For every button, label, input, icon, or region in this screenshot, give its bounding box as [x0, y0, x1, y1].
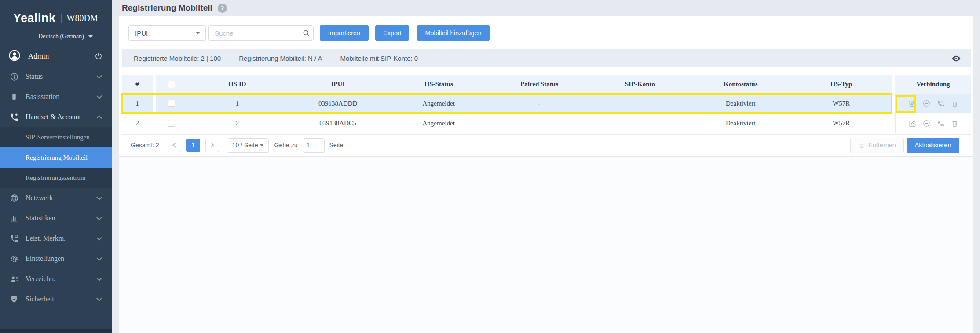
- cell-checkbox: [156, 94, 187, 113]
- header-verbindung: Verbindung: [895, 75, 971, 94]
- chevron-right-icon: [209, 143, 214, 147]
- cell-hs-typ: W57R: [791, 94, 892, 113]
- logout-power-icon[interactable]: [94, 52, 103, 61]
- bar-chart-icon: [9, 214, 19, 223]
- avatar-icon: [8, 49, 21, 64]
- table-row[interactable]: 2 2 039138ADC5 Angemeldet - Deaktiviert …: [122, 113, 971, 133]
- sidebar-item-admin[interactable]: Admin: [0, 46, 112, 66]
- summary-registered: Registrierte Mobilteile: 2 | 100: [134, 55, 221, 62]
- chevron-down-icon: [96, 194, 102, 200]
- row-checkbox[interactable]: [168, 120, 175, 127]
- export-button[interactable]: Export: [375, 25, 409, 41]
- column-gap: [892, 75, 895, 94]
- header-kontostatus: Kontostatus: [690, 75, 791, 94]
- goto-page-input[interactable]: [303, 138, 325, 153]
- sidebar-item-label: Netzwerk: [26, 194, 97, 202]
- next-page-button[interactable]: [205, 139, 219, 152]
- sidebar-item-basisstation[interactable]: Basisstation: [0, 87, 112, 107]
- brand-name: Yealink: [13, 11, 56, 25]
- sidebar-item-label: Sicherheit: [26, 295, 97, 303]
- search-field: [208, 25, 314, 41]
- edit-icon[interactable]: [908, 119, 917, 128]
- handset-call-icon[interactable]: [936, 99, 945, 108]
- chevron-down-icon: [96, 93, 102, 99]
- goto-label: Gehe zu: [274, 142, 298, 149]
- deregister-icon[interactable]: [922, 99, 931, 108]
- update-button[interactable]: Aktualisieren: [907, 138, 959, 153]
- page-number-button[interactable]: 1: [186, 139, 200, 152]
- cell-ipui: 039138ADDD: [288, 94, 388, 113]
- cell-verbindung: [895, 94, 971, 113]
- column-gap: [153, 75, 156, 94]
- filter-select-value: IPUI: [135, 29, 196, 37]
- sidebar-item-einstellungen[interactable]: Einstellungen: [0, 249, 112, 269]
- info-icon: [9, 72, 19, 81]
- sidebar-item-netzwerk[interactable]: Netzwerk: [0, 188, 112, 208]
- brand-model: W80DM: [67, 13, 98, 23]
- subitem-label: Registrierung Mobilteil: [26, 154, 88, 161]
- logo-divider: [61, 14, 62, 23]
- sidebar-item-sicherheit[interactable]: Sicherheit: [0, 289, 112, 309]
- sidebar-subitem-sip-server[interactable]: SIP-Servereinstellungen: [0, 127, 112, 147]
- cell-hs-typ: W57R: [791, 113, 892, 133]
- main-content: Registrierung Mobilteil ? IPUI Importier…: [112, 0, 980, 333]
- select-all-checkbox[interactable]: [168, 81, 175, 88]
- globe-icon: [9, 194, 19, 203]
- column-gap: [892, 94, 895, 113]
- sidebar-item-verzeichn[interactable]: Verzeichn.: [0, 269, 112, 289]
- cell-sip-konto: [589, 94, 690, 113]
- chevron-left-icon: [172, 143, 177, 147]
- delete-icon[interactable]: [951, 99, 959, 108]
- remove-button[interactable]: Entfernen: [850, 138, 904, 153]
- deregister-icon[interactable]: [922, 119, 931, 128]
- content-background: [119, 156, 973, 333]
- cell-index: 2: [122, 113, 153, 133]
- sidebar-subitem-registrierung-mobilteil[interactable]: Registrierung Mobilteil: [0, 147, 112, 168]
- cell-paired-status: -: [489, 94, 590, 113]
- help-icon[interactable]: ?: [218, 4, 227, 13]
- header-ipui: IPUI: [288, 75, 388, 94]
- eye-icon[interactable]: [951, 53, 962, 64]
- phone-features-icon: [9, 234, 19, 243]
- column-gap: [892, 113, 895, 133]
- sidebar-subitem-registrierungszentrum[interactable]: Registrierungszentrum: [0, 168, 112, 188]
- sidebar-item-label: Verzeichn.: [26, 275, 97, 283]
- sidebar-item-label: Handset & Account: [26, 113, 97, 121]
- chevron-down-icon: [96, 275, 102, 281]
- page-size-value: 10 / Seite: [232, 142, 260, 149]
- subitem-label: SIP-Servereinstellungen: [26, 134, 90, 141]
- cell-ipui: 039138ADC5: [288, 113, 388, 133]
- row-checkbox[interactable]: [168, 100, 175, 107]
- cell-sip-konto: [589, 113, 690, 133]
- sidebar-item-handset-account[interactable]: Handset & Account: [0, 107, 112, 127]
- chevron-down-icon: [96, 296, 102, 301]
- import-button[interactable]: Importieren: [320, 25, 369, 41]
- header-sip-konto: SIP-Konto: [589, 75, 690, 94]
- gear-icon: [9, 254, 19, 263]
- seite-label: Seite: [329, 142, 344, 149]
- header-hs-id: HS ID: [187, 75, 288, 94]
- sidebar-item-label: Leist. Merkm.: [26, 234, 97, 242]
- handset-table: # HS ID IPUI HS-Status Paired Status SIP…: [122, 75, 971, 133]
- add-handset-button[interactable]: Mobilteil hinzufügen: [417, 25, 490, 41]
- page-size-select[interactable]: 10 / Seite: [227, 138, 269, 153]
- search-icon[interactable]: [302, 29, 311, 37]
- handset-account-submenu: SIP-Servereinstellungen Registrierung Mo…: [0, 127, 112, 188]
- language-selector[interactable]: Deutsch (German): [0, 25, 112, 46]
- sidebar-item-statistiken[interactable]: Statistiken: [0, 208, 112, 228]
- sidebar-item-label: Einstellungen: [26, 255, 97, 263]
- table-row[interactable]: 1 1 039138ADDD Angemeldet - Deaktiviert …: [122, 94, 971, 113]
- sidebar-item-label: Status: [26, 73, 97, 81]
- cell-hs-status: Angemeldet: [388, 94, 489, 113]
- sidebar-footer-strip: [0, 329, 112, 333]
- sidebar-item-status[interactable]: Status: [0, 66, 112, 87]
- sidebar-item-leist-merkm[interactable]: Leist. Merkm.: [0, 228, 112, 249]
- delete-icon[interactable]: [951, 119, 959, 128]
- handset-call-icon[interactable]: [936, 119, 945, 128]
- prev-page-button[interactable]: [168, 139, 181, 152]
- summary-sip-accounts: Mobilteile mit SIP-Konto: 0: [340, 55, 418, 62]
- edit-icon[interactable]: [908, 99, 917, 108]
- header-checkbox-cell: [156, 75, 187, 94]
- filter-select[interactable]: IPUI: [128, 25, 206, 41]
- search-input[interactable]: [215, 29, 302, 37]
